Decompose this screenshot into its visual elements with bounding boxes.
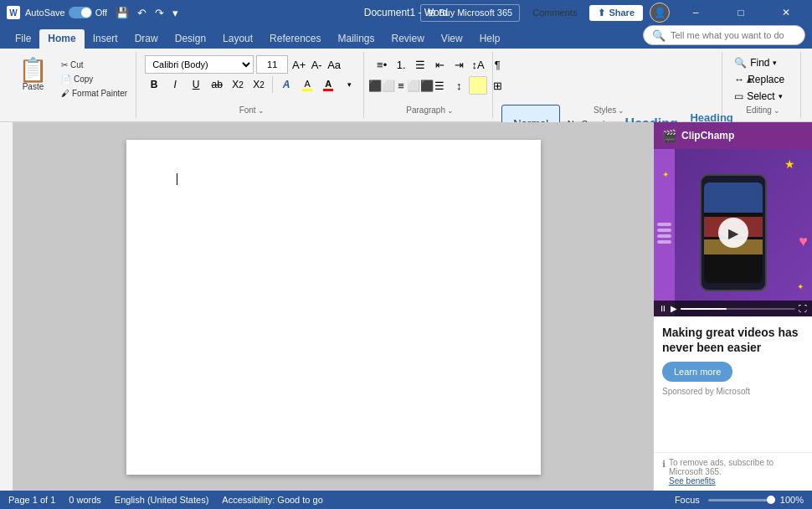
video-fullscreen-button[interactable]: ⛶ <box>799 304 807 313</box>
font-color-button[interactable]: A <box>319 75 337 94</box>
video-progress[interactable] <box>681 308 795 310</box>
vertical-ruler <box>0 122 13 491</box>
save-button[interactable]: 💾 <box>112 5 132 21</box>
tab-layout[interactable]: Layout <box>214 29 261 49</box>
autosave-state: Off <box>95 8 107 18</box>
tell-me-box[interactable]: 🔍 <box>643 25 805 45</box>
replace-label: Replace <box>748 74 784 85</box>
find-label: Find <box>750 57 769 69</box>
customize-button[interactable]: ▾ <box>169 5 182 21</box>
deco-bar-3 <box>657 234 671 238</box>
copy-button[interactable]: 📄 Copy <box>58 73 131 85</box>
share-button[interactable]: ⬆ Share <box>589 5 643 21</box>
select-dropdown[interactable]: ▾ <box>779 92 783 100</box>
focus-button[interactable]: Focus <box>675 495 700 505</box>
sort-button[interactable]: ↕A <box>469 55 487 74</box>
format-painter-button[interactable]: 🖌 Format Painter <box>58 87 131 100</box>
find-button[interactable]: 🔍 Find ▾ <box>731 55 788 70</box>
font-name-dropdown[interactable]: Calibri (Body) <box>145 55 254 74</box>
close-button[interactable]: ✕ <box>767 0 805 25</box>
heart-decoration: ♥ <box>799 233 808 250</box>
superscript-button[interactable]: X2 <box>249 75 268 94</box>
tab-file[interactable]: File <box>7 29 39 49</box>
find-dropdown[interactable]: ▾ <box>773 59 777 67</box>
deco-bar-4 <box>657 240 671 244</box>
decrease-font-button[interactable]: A- <box>308 56 325 73</box>
paste-label: Paste <box>23 82 44 91</box>
video-bar-1 <box>704 183 763 213</box>
bullets-button[interactable]: ≡• <box>373 55 391 74</box>
title-bar: W AutoSave Off 💾 ↶ ↷ ▾ Document1 - Word … <box>0 0 812 25</box>
para-dialog-icon[interactable]: ⌄ <box>447 106 454 115</box>
zoom-level[interactable]: 100% <box>780 495 804 505</box>
language-info[interactable]: English (United States) <box>115 495 209 505</box>
maximize-button[interactable]: □ <box>722 0 760 25</box>
tab-draw[interactable]: Draw <box>126 29 167 49</box>
subscript-button[interactable]: X2 <box>229 75 247 94</box>
font-group-label: Font <box>239 105 256 115</box>
document-page[interactable] <box>126 140 541 475</box>
clipchamp-logo-icon: 🎬 <box>662 129 676 142</box>
minimize-button[interactable]: – <box>676 0 715 25</box>
multilevel-list-button[interactable]: ☰ <box>411 55 429 74</box>
remove-ads-text: To remove ads, subscribe to Microsoft 36… <box>669 458 804 486</box>
align-right-button[interactable]: ⬜⬛ <box>411 76 429 95</box>
bold-button[interactable]: B <box>145 75 163 94</box>
title-bar-right: ⊞ Buy Microsoft 365 Comments ⬆ Share 👤 –… <box>420 0 805 25</box>
tab-references[interactable]: References <box>261 29 329 49</box>
video-pause-button[interactable]: ⏸ <box>659 304 667 313</box>
tab-review[interactable]: Review <box>383 29 433 49</box>
star-decoration-3: ✦ <box>797 282 804 291</box>
cut-button[interactable]: ✂ Cut <box>58 59 131 71</box>
ribbon-tabs: File Home Insert Draw Design Layout Refe… <box>0 25 812 49</box>
numbering-button[interactable]: 1. <box>392 55 410 74</box>
zoom-slider[interactable] <box>708 499 775 501</box>
ad-video-area: ▶ ★ ✦ ✦ ♥ ⏸ ▶ ⛶ <box>654 149 812 316</box>
play-button[interactable]: ▶ <box>718 218 748 248</box>
font-size-input[interactable] <box>256 55 288 74</box>
editing-dialog-icon[interactable]: ⌄ <box>773 106 780 115</box>
line-spacing-button[interactable]: ↕ <box>450 76 468 95</box>
page-info: Page 1 of 1 <box>8 495 55 505</box>
clear-formatting-button[interactable]: Aa <box>326 56 342 73</box>
underline-button[interactable]: U <box>187 75 205 94</box>
tab-view[interactable]: View <box>433 29 471 49</box>
text-effects-button[interactable]: A <box>277 75 296 94</box>
video-play-button[interactable]: ▶ <box>671 304 677 313</box>
star-decoration-2: ✦ <box>662 170 669 179</box>
highlight-button[interactable]: A <box>298 75 316 94</box>
document-area[interactable] <box>13 122 653 491</box>
redo-button[interactable]: ↷ <box>152 5 167 21</box>
learn-more-button[interactable]: Learn more <box>662 362 732 382</box>
tab-home[interactable]: Home <box>39 29 84 49</box>
deco-bar-1 <box>657 223 671 226</box>
tab-design[interactable]: Design <box>167 29 214 49</box>
replace-button[interactable]: ↔ Replace <box>731 72 788 87</box>
separator <box>272 76 273 93</box>
tab-insert[interactable]: Insert <box>85 29 126 49</box>
increase-font-button[interactable]: A+ <box>290 56 307 73</box>
sponsored-label: Sponsored by Microsoft <box>662 387 804 396</box>
paragraph-group: ≡• 1. ☰ ⇤ ⇥ ↕A ¶ ⬛⬜ ≡ ⬜⬛ ☰ ↕ ⊞ Paragraph… <box>367 52 493 118</box>
justify-button[interactable]: ☰ <box>430 76 449 95</box>
comments-button[interactable]: Comments <box>527 5 583 20</box>
shading-button[interactable] <box>469 76 487 95</box>
paste-button[interactable]: 📋 Paste <box>12 55 54 95</box>
font-color-dropdown[interactable]: ▾ <box>340 75 358 94</box>
undo-button[interactable]: ↶ <box>134 5 150 21</box>
see-benefits-link[interactable]: See benefits <box>669 476 716 486</box>
tell-me-input[interactable] <box>671 30 796 40</box>
autosave-toggle[interactable] <box>69 7 92 18</box>
tab-help[interactable]: Help <box>471 29 509 49</box>
italic-button[interactable]: I <box>166 75 184 94</box>
increase-indent-button[interactable]: ⇥ <box>450 55 468 74</box>
font-dialog-icon[interactable]: ⌄ <box>258 106 265 115</box>
deco-bar-2 <box>657 229 671 232</box>
align-left-button[interactable]: ⬛⬜ <box>373 76 391 95</box>
strikethrough-button[interactable]: ab <box>208 75 226 94</box>
decrease-indent-button[interactable]: ⇤ <box>430 55 449 74</box>
star-decoration-1: ★ <box>784 157 795 171</box>
tab-mailings[interactable]: Mailings <box>329 29 383 49</box>
user-avatar[interactable]: 👤 <box>650 3 670 23</box>
styles-dialog-icon[interactable]: ⌄ <box>618 106 624 115</box>
